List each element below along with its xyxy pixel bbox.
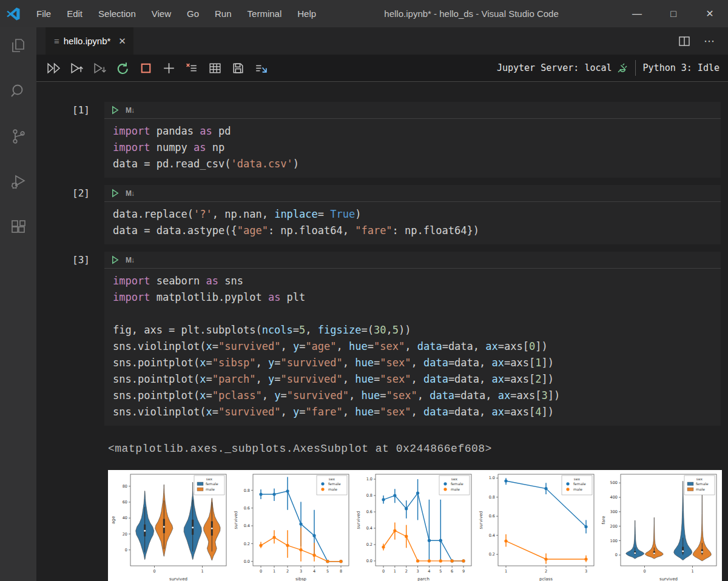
svg-text:age: age	[111, 516, 116, 524]
source-control-icon[interactable]	[10, 128, 27, 145]
run-and-debug-icon[interactable]	[10, 173, 27, 190]
markdown-cell-icon[interactable]: M↓	[126, 106, 134, 115]
svg-text:0.6: 0.6	[366, 509, 372, 514]
close-button[interactable]: ✕	[692, 0, 728, 27]
menu-edit[interactable]: Edit	[59, 0, 90, 27]
svg-text:0.4: 0.4	[489, 533, 495, 538]
run-all-icon[interactable]	[46, 61, 61, 76]
maximize-button[interactable]: □	[655, 0, 692, 27]
markdown-cell-icon[interactable]: M↓	[126, 256, 134, 264]
interrupt-kernel-icon[interactable]	[138, 61, 153, 76]
svg-text:200: 200	[610, 524, 618, 529]
svg-text:100: 100	[610, 539, 618, 543]
svg-text:sex: sex	[206, 477, 213, 481]
svg-text:0.0: 0.0	[244, 559, 250, 564]
svg-text:0: 0	[153, 569, 155, 574]
menu-bar: File Edit Selection View Go Run Terminal…	[29, 0, 324, 27]
svg-text:400: 400	[610, 495, 618, 500]
svg-text:20: 20	[123, 532, 127, 537]
svg-text:0: 0	[125, 548, 127, 552]
plot-point-pclass-vs-survived: 0.20.40.60.81.0123pclasssurvivedsexfemal…	[476, 470, 598, 581]
minimize-button[interactable]: —	[619, 0, 655, 27]
menu-help[interactable]: Help	[289, 0, 324, 27]
restart-kernel-icon[interactable]	[115, 61, 130, 76]
connected-plug-icon	[617, 62, 628, 73]
svg-text:3: 3	[300, 569, 302, 574]
menu-file[interactable]: File	[29, 0, 59, 27]
window-title: hello.ipynb* - hello_ds - Visual Studio …	[324, 8, 619, 19]
split-editor-icon[interactable]	[678, 35, 690, 47]
svg-text:60: 60	[123, 500, 127, 505]
more-actions-icon[interactable]: ⋯	[704, 35, 716, 48]
svg-text:parch: parch	[417, 577, 430, 581]
svg-text:500: 500	[610, 480, 618, 485]
svg-text:0: 0	[260, 569, 262, 574]
execution-count: [3]	[36, 252, 104, 426]
menu-selection[interactable]: Selection	[90, 0, 144, 27]
search-icon[interactable]	[10, 82, 27, 99]
run-cell-and-below-icon[interactable]	[92, 61, 107, 76]
menu-terminal[interactable]: Terminal	[240, 0, 290, 27]
run-cells-above-icon[interactable]	[69, 61, 84, 76]
title-bar: File Edit Selection View Go Run Terminal…	[0, 0, 728, 27]
svg-text:sex: sex	[696, 477, 703, 481]
svg-text:1.0: 1.0	[489, 475, 495, 480]
svg-text:survived: survived	[234, 511, 238, 529]
run-cell-icon[interactable]	[110, 255, 120, 264]
svg-text:0.4: 0.4	[366, 526, 372, 531]
svg-text:survived: survived	[659, 577, 678, 581]
svg-text:4: 4	[313, 569, 315, 574]
export-icon[interactable]	[254, 61, 269, 76]
menu-go[interactable]: Go	[179, 0, 207, 27]
svg-text:sex: sex	[329, 477, 335, 481]
variable-explorer-icon[interactable]	[207, 61, 223, 76]
svg-text:2: 2	[405, 569, 408, 574]
svg-text:5: 5	[439, 569, 442, 574]
tab-close-icon[interactable]: ✕	[115, 36, 126, 47]
svg-text:0.2: 0.2	[244, 542, 250, 546]
svg-text:0.6: 0.6	[489, 514, 495, 519]
menu-run[interactable]: Run	[207, 0, 240, 27]
menu-view[interactable]: View	[144, 0, 179, 27]
svg-text:male: male	[206, 487, 215, 491]
svg-text:300: 300	[610, 509, 618, 514]
svg-text:female: female	[696, 482, 709, 486]
notebook-toolbar: Jupyter Server: local Python 3: Idle	[36, 55, 728, 82]
explorer-icon[interactable]	[10, 37, 27, 54]
svg-text:0.8: 0.8	[244, 488, 250, 493]
extensions-icon[interactable]	[10, 219, 27, 236]
run-cell-icon[interactable]	[110, 106, 120, 115]
code-cell-2: [2] M↓ data.replace('?', np.nan, inplace…	[36, 185, 728, 244]
svg-text:5: 5	[326, 569, 329, 574]
code-cell-3: [3] M↓ import seaborn as snsimport matpl…	[36, 252, 728, 426]
kernel-status[interactable]: Python 3: Idle	[643, 62, 720, 73]
svg-text:pclass: pclass	[539, 577, 553, 581]
svg-text:0.0: 0.0	[366, 559, 372, 563]
cell-code[interactable]: import pandas as pdimport numpy as npdat…	[104, 119, 721, 178]
cell-code[interactable]: data.replace('?', np.nan, inplace= True)…	[104, 202, 721, 244]
code-cell-1: [1] M↓ import pandas as pdimport numpy a…	[36, 102, 728, 178]
run-cell-icon[interactable]	[110, 189, 120, 198]
add-cell-icon[interactable]	[161, 61, 177, 76]
svg-text:3: 3	[417, 569, 419, 574]
cell-toolbar: M↓	[104, 102, 721, 119]
svg-text:0: 0	[643, 569, 645, 574]
plot-violin-age-vs-survived: 02040608001survivedagesexfemalemale	[108, 470, 231, 581]
svg-text:survived: survived	[479, 511, 484, 529]
vscode-logo-icon	[6, 7, 21, 21]
svg-text:male: male	[696, 487, 705, 491]
markdown-cell-icon[interactable]: M↓	[126, 189, 134, 198]
cell-code[interactable]: import seaborn as snsimport matplotlib.p…	[104, 269, 721, 426]
svg-text:sex: sex	[574, 477, 581, 481]
delete-cell-icon[interactable]	[184, 61, 200, 76]
execution-count: [2]	[36, 185, 104, 244]
svg-text:6: 6	[451, 569, 453, 574]
save-icon[interactable]	[231, 61, 246, 76]
tab-hello-ipynb[interactable]: ≡ hello.ipynb* ✕	[46, 27, 133, 55]
jupyter-server-status[interactable]: Jupyter Server: local	[497, 62, 612, 73]
svg-text:fare: fare	[601, 516, 606, 525]
tab-label: hello.ipynb*	[64, 36, 111, 46]
svg-text:80: 80	[123, 484, 127, 489]
svg-text:0.8: 0.8	[366, 493, 372, 498]
cell-toolbar: M↓	[104, 252, 721, 269]
